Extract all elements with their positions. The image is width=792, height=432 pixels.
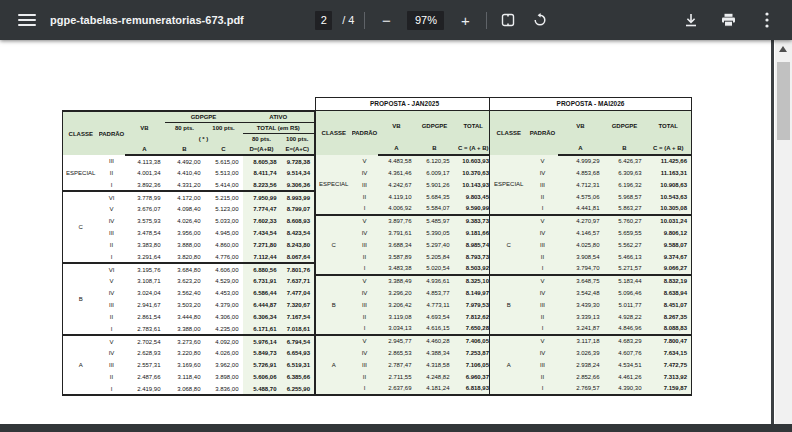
padrao-cell: IV: [352, 227, 378, 239]
value-cell: 7.950,99: [243, 191, 281, 203]
value-cell: 11.163,31: [646, 167, 692, 179]
value-cell: 6.586,44: [243, 287, 281, 299]
zoom-out-button[interactable]: −: [375, 9, 397, 31]
value-cell: 4.025,80: [558, 239, 604, 251]
value-cell: 4.248,82: [416, 371, 454, 383]
col-header: VB: [558, 111, 604, 142]
pdf-viewport: CLASSE PADRÃO VB GDPGPE ATIVO 80 pts. 10…: [0, 40, 792, 432]
table-row: III2.941,673.503,204.379,006.444,877.320…: [63, 299, 315, 311]
value-cell: 4.534,51: [604, 359, 646, 371]
value-cell: 3.026,39: [558, 347, 604, 359]
table-row: CV3.897,765.485,979.383,73: [316, 215, 494, 227]
padrao-cell: II: [352, 251, 378, 263]
value-cell: 10.305,08: [646, 203, 692, 215]
value-cell: 7.106,05: [454, 359, 494, 371]
col-header: E=(A+C): [281, 144, 315, 155]
value-cell: 4.453,00: [205, 287, 243, 299]
padrao-cell: V: [99, 335, 125, 347]
padrao-cell: III: [99, 359, 125, 371]
col-header: 100 pts.: [205, 122, 243, 133]
page-number-input[interactable]: 2: [315, 11, 332, 30]
value-cell: 8.503,92: [454, 263, 494, 275]
value-cell: 3.273,60: [165, 335, 205, 347]
padrao-cell: III: [99, 155, 125, 167]
padrao-cell: III: [99, 227, 125, 239]
col-header: TOTAL: [454, 111, 494, 142]
value-cell: 3.897,76: [378, 215, 416, 227]
value-cell: 2.637,69: [378, 383, 416, 395]
table-title: PROPOSTA - MAI2026: [490, 98, 692, 111]
table-row: IV2.628,933.220,804.026,005.849,736.654,…: [63, 347, 315, 359]
padrao-cell: I: [99, 323, 125, 335]
value-cell: 7.774,47: [243, 203, 281, 215]
col-header: TOTAL: [646, 111, 692, 142]
value-cell: 8.088,83: [646, 323, 692, 335]
table-row: I2.783,613.388,004.235,006.171,617.018,6…: [63, 323, 315, 335]
value-cell: 7.979,53: [454, 299, 494, 311]
col-header: TOTAL (em R$): [243, 122, 315, 133]
padrao-cell: V: [352, 155, 378, 167]
value-cell: 4.928,22: [604, 311, 646, 323]
padrao-cell: II: [99, 167, 125, 179]
value-cell: 3.169,60: [165, 359, 205, 371]
table-row: I2.419,903.068,803.836,005.488,706.255,9…: [63, 383, 315, 395]
table-row: BV3.388,494.936,618.325,10: [316, 275, 494, 287]
value-cell: 2.702,54: [125, 335, 165, 347]
col-header: CLASSE: [63, 111, 99, 155]
value-cell: 3.542,48: [558, 287, 604, 299]
padrao-cell: IV: [99, 287, 125, 299]
fit-page-icon[interactable]: [497, 9, 519, 31]
value-cell: 6.306,34: [243, 311, 281, 323]
table-row: V3.676,074.098,405.123,007.774,478.799,0…: [63, 203, 315, 215]
value-cell: 11.425,66: [646, 155, 692, 167]
value-cell: 5.615,00: [205, 155, 243, 167]
value-cell: 5.562,27: [604, 239, 646, 251]
col-header: ATIVO: [243, 111, 315, 122]
scrollbar-up-icon[interactable]: [779, 46, 787, 52]
more-options-icon[interactable]: [756, 9, 778, 31]
value-cell: 7.800,47: [646, 335, 692, 347]
value-cell: 4.092,00: [205, 335, 243, 347]
col-header: B: [416, 142, 454, 155]
value-cell: 3.623,20: [165, 275, 205, 287]
value-cell: 3.962,00: [205, 359, 243, 371]
value-cell: 4.270,97: [558, 215, 604, 227]
value-cell: 4.846,96: [604, 323, 646, 335]
value-cell: 8.605,38: [243, 155, 281, 167]
classe-cell: ESPECIAL: [316, 155, 352, 215]
value-cell: 2.711,55: [378, 371, 416, 383]
padrao-cell: III: [99, 299, 125, 311]
value-cell: 5.485,97: [416, 215, 454, 227]
value-cell: 7.159,87: [646, 383, 692, 395]
value-cell: 4.242,67: [378, 179, 416, 191]
padrao-cell: II: [99, 239, 125, 251]
value-cell: 9.306,36: [281, 179, 315, 191]
value-cell: 3.206,42: [378, 299, 416, 311]
col-header: CLASSE: [316, 111, 352, 155]
padrao-cell: V: [528, 215, 558, 227]
table-row: AV2.702,543.273,604.092,005.976,146.794,…: [63, 335, 315, 347]
pdf-page: CLASSE PADRÃO VB GDPGPE ATIVO 80 pts. 10…: [0, 40, 774, 424]
menu-icon[interactable]: [18, 14, 36, 26]
value-cell: 7.801,76: [281, 263, 315, 275]
value-cell: 4.235,00: [205, 323, 243, 335]
download-icon[interactable]: [680, 9, 702, 31]
pdf-toolbar: pgpe-tabelas-remuneratorias-673.pdf 2 / …: [0, 0, 792, 40]
col-header: VB: [378, 111, 416, 142]
value-cell: 6.880,56: [243, 263, 281, 275]
value-cell: 8.985,74: [454, 239, 494, 251]
value-cell: 9.374,67: [646, 251, 692, 263]
vertical-scrollbar[interactable]: [775, 40, 792, 424]
zoom-in-button[interactable]: +: [454, 9, 476, 31]
padrao-cell: V: [352, 335, 378, 347]
value-cell: 3.483,38: [378, 263, 416, 275]
rotate-icon[interactable]: [529, 9, 551, 31]
value-cell: 4.306,00: [205, 311, 243, 323]
print-icon[interactable]: [718, 9, 740, 31]
value-cell: 5.466,13: [604, 251, 646, 263]
scrollbar-thumb[interactable]: [777, 62, 790, 140]
zoom-level-input[interactable]: 97%: [407, 11, 444, 30]
value-cell: 3.478,54: [125, 227, 165, 239]
value-cell: 6.255,90: [281, 383, 315, 395]
col-header: A: [558, 142, 604, 155]
